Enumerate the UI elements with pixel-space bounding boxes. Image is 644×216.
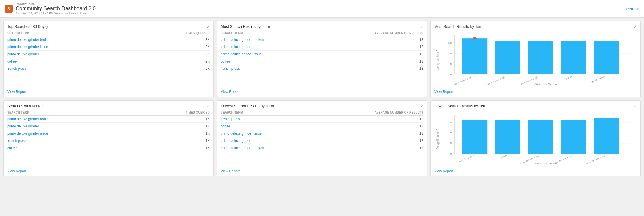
most-results-col-headers: SEARCH TERM AVERAGE NUMBER OF RESULTS — [221, 30, 423, 36]
dashboard-label: DASHBOARD — [16, 2, 96, 6]
refresh-button[interactable]: Refresh — [626, 7, 639, 11]
svg-rect-32 — [528, 120, 553, 154]
svg-point-10 — [473, 37, 477, 39]
most-results-chart-svg: Average Number of R... 0 5 10 15 — [434, 33, 637, 85]
header-left: S DASHBOARD Community Search Dashboard 2… — [5, 2, 96, 15]
header-subtitle: As of Feb 14, 2017 11:44 PM Viewing as L… — [16, 12, 96, 15]
table-row: coffee 1K — [7, 144, 210, 151]
table-row: primo deluxe grinder issue 1K — [7, 130, 210, 137]
svg-text:0: 0 — [450, 74, 452, 76]
table-row: primo deluxe grinder issue 12 — [221, 130, 423, 137]
no-results-card: Searches with No Results ⤢ SEARCH TERM T… — [3, 100, 214, 176]
svg-rect-14 — [594, 41, 619, 74]
expand-icon[interactable]: ⤢ — [420, 25, 423, 29]
table-row: french press 2K — [7, 65, 210, 72]
fewest-results-chart-footer: View Report — [431, 166, 640, 176]
col-times-queried: TIMES QUERIED — [186, 111, 210, 114]
no-results-table: SEARCH TERM TIMES QUERIED primo deluxe g… — [4, 110, 213, 160]
most-results-chart-title: Most Search Results by Term — [434, 24, 484, 29]
page-title: Community Search Dashboard 2.0 — [16, 6, 96, 12]
no-results-header: Searches with No Results ⤢ — [4, 101, 213, 110]
fewest-results-card: Fewest Search Results by Term ⤢ SEARCH T… — [217, 100, 427, 176]
top-searches-card: Top Searches (30 Days) ⤢ SEARCH TERM TIM… — [3, 21, 214, 97]
top-searches-title: Top Searches (30 Days) — [7, 24, 48, 29]
svg-text:primo deluxe gri...: primo deluxe gri... — [484, 75, 508, 85]
svg-text:primo deluxe gri...: primo deluxe gri... — [451, 75, 475, 85]
most-results-table: SEARCH TERM AVERAGE NUMBER OF RESULTS pr… — [217, 30, 427, 81]
table-row: primo deluxe grinder broken 3K — [7, 36, 210, 43]
no-results-footer: View Report — [4, 166, 213, 176]
table-row: primo deluxe grinder broken 1K — [7, 116, 210, 123]
expand-icon[interactable]: ⤢ — [634, 104, 637, 108]
expand-icon[interactable]: ⤢ — [207, 104, 210, 108]
expand-icon[interactable]: ⤢ — [634, 25, 637, 29]
fewest-results-header: Fewest Search Results by Term ⤢ — [217, 101, 427, 110]
header: S DASHBOARD Community Search Dashboard 2… — [0, 0, 644, 18]
col-times-queried: TIMES QUERIED — [186, 32, 210, 35]
svg-text:Search Term: Search Term — [534, 83, 557, 85]
fewest-results-view-report[interactable]: View Report — [221, 169, 240, 173]
top-searches-table: SEARCH TERM TIMES QUERIED primo deluxe g… — [4, 30, 213, 81]
col-search-term: SEARCH TERM — [7, 32, 30, 35]
no-results-title: Searches with No Results — [7, 104, 50, 108]
col-search-term: SEARCH TERM — [7, 111, 30, 114]
svg-text:french press: french press — [458, 155, 475, 163]
table-row: primo deluxe grinder broken 13 — [221, 36, 423, 43]
table-row: coffee 2K — [7, 58, 210, 65]
table-row: primo deluxe grinder broken 13 — [221, 144, 423, 151]
most-results-chart-card: Most Search Results by Term ⤢ Average Nu… — [430, 21, 641, 97]
no-results-col-headers: SEARCH TERM TIMES QUERIED — [7, 110, 210, 116]
most-results-chart-view-report[interactable]: View Report — [434, 90, 453, 94]
svg-rect-34 — [594, 118, 619, 154]
svg-rect-11 — [495, 41, 520, 74]
table-row: coffee 12 — [221, 58, 423, 65]
table-row: primo deluxe grinder issue 12 — [221, 51, 423, 58]
col-avg-results: AVERAGE NUMBER OF RESULTS — [375, 111, 423, 114]
col-search-term: SEARCH TERM — [221, 32, 243, 35]
svg-text:15: 15 — [448, 121, 452, 123]
fewest-results-chart-card: Fewest Search Results by Term ⤢ Average … — [430, 100, 641, 176]
no-results-view-report[interactable]: View Report — [7, 169, 26, 173]
fewest-results-chart-title: Fewest Search Results by Term — [434, 104, 487, 108]
most-results-chart-footer: View Report — [431, 87, 640, 97]
dashboard-grid: Top Searches (30 Days) ⤢ SEARCH TERM TIM… — [0, 18, 644, 180]
svg-rect-9 — [462, 38, 487, 74]
svg-text:15: 15 — [448, 42, 452, 44]
fewest-results-chart-area: Average Number of R... 0 5 10 15 french … — [431, 110, 640, 166]
svg-text:Search Term: Search Term — [534, 162, 557, 164]
svg-text:Average Number of R...: Average Number of R... — [436, 48, 440, 69]
fewest-results-table: SEARCH TERM AVERAGE NUMBER OF RESULTS fr… — [217, 110, 427, 160]
svg-text:0: 0 — [450, 153, 452, 155]
expand-icon[interactable]: ⤢ — [207, 25, 210, 29]
svg-text:primo deluxe gri...: primo deluxe gri... — [583, 155, 607, 164]
fewest-results-chart-svg: Average Number of R... 0 5 10 15 french … — [434, 112, 637, 164]
table-row: french press 1K — [7, 137, 210, 144]
svg-text:coffee: coffee — [564, 75, 574, 80]
header-title-block: DASHBOARD Community Search Dashboard 2.0… — [16, 2, 96, 15]
most-results-header: Most Search Results by Term ⤢ — [217, 21, 427, 30]
table-row: french press 12 — [221, 65, 423, 72]
fewest-results-title: Fewest Search Results by Term — [221, 104, 274, 108]
fewest-results-col-headers: SEARCH TERM AVERAGE NUMBER OF RESULTS — [221, 110, 423, 116]
svg-rect-30 — [462, 120, 487, 154]
top-searches-header: Top Searches (30 Days) ⤢ — [4, 21, 213, 30]
fewest-results-chart-view-report[interactable]: View Report — [434, 169, 453, 173]
table-row: primo deluxe grinder 12 — [221, 137, 423, 144]
top-searches-footer: View Report — [4, 87, 213, 97]
fewest-results-chart-header: Fewest Search Results by Term ⤢ — [431, 101, 640, 110]
table-row: primo deluxe grinder issue 3K — [7, 43, 210, 51]
svg-rect-13 — [561, 41, 586, 74]
col-search-term: SEARCH TERM — [221, 111, 243, 114]
top-searches-col-headers: SEARCH TERM TIMES QUERIED — [7, 30, 210, 36]
svg-text:french press: french press — [589, 75, 607, 83]
svg-rect-33 — [561, 120, 586, 154]
table-row: primo deluxe grinder 12 — [221, 43, 423, 51]
svg-text:Average Number of R...: Average Number of R... — [436, 127, 440, 149]
most-results-chart-area: Average Number of R... 0 5 10 15 — [431, 30, 640, 87]
svg-text:5: 5 — [450, 63, 452, 65]
most-results-view-report[interactable]: View Report — [221, 90, 240, 94]
svg-rect-31 — [495, 120, 520, 154]
app-logo: S — [5, 5, 13, 13]
expand-icon[interactable]: ⤢ — [420, 104, 423, 108]
top-searches-view-report[interactable]: View Report — [7, 90, 26, 94]
